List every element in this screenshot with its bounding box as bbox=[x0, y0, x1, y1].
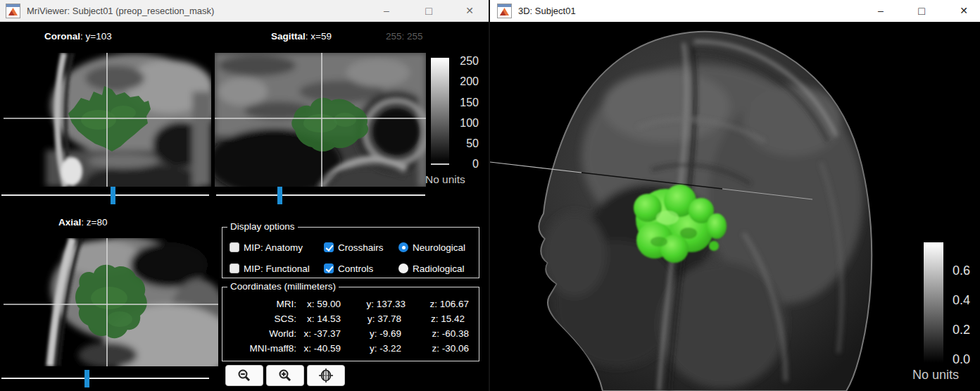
coronal-view-label: Coronal: y=103 bbox=[44, 31, 112, 42]
matlab-app-icon bbox=[497, 4, 512, 18]
axial-view-label: Axial: z=80 bbox=[58, 217, 107, 228]
sagittal-view-label: Sagittal: x=59 bbox=[271, 31, 332, 42]
threed-window-title: 3D: Subject01 bbox=[518, 6, 576, 16]
coronal-view-name: Coronal bbox=[44, 31, 80, 42]
mip-functional-label[interactable]: MIP: Functional bbox=[244, 263, 310, 274]
zoom-out-button[interactable] bbox=[225, 365, 263, 386]
threed-colorbar-ticks: 0.6 0.4 0.2 0.0 bbox=[941, 0, 970, 391]
coronal-slice-slider[interactable] bbox=[1, 194, 209, 196]
sagittal-view-name: Sagittal bbox=[271, 31, 306, 42]
zoom-out-icon bbox=[237, 368, 252, 383]
crosshairs-label[interactable]: Crosshairs bbox=[338, 242, 384, 253]
controls-label[interactable]: Controls bbox=[338, 263, 373, 274]
mip-functional-checkbox[interactable] bbox=[230, 263, 239, 273]
zoom-in-icon bbox=[277, 368, 293, 383]
coronal-slice-image[interactable] bbox=[4, 53, 211, 187]
coronal-slice-index: : y=103 bbox=[80, 31, 112, 42]
minimize-button[interactable]: – bbox=[375, 0, 398, 22]
mip-anatomy-checkbox[interactable] bbox=[230, 242, 239, 252]
threed-window: 3D: Subject01 – □ ✕ bbox=[489, 0, 980, 391]
mriviewer-titlebar[interactable]: MriViewer: Subject01 (preop_resection_ma… bbox=[0, 0, 489, 22]
anatomy-colorbar[interactable] bbox=[431, 58, 449, 165]
display-options-group: Display options MIP: Anatomy Crosshairs … bbox=[222, 227, 479, 278]
neurological-radio[interactable] bbox=[398, 242, 408, 252]
threed-scene[interactable] bbox=[490, 22, 980, 391]
coordinates-row-mri: MRI: x: 59.00 y: 137.33 z: 106.67 bbox=[222, 299, 480, 313]
neurological-label[interactable]: Neurological bbox=[413, 242, 465, 253]
desktop: MriViewer: Subject01 (preop_resection_ma… bbox=[0, 0, 980, 391]
radiological-radio[interactable] bbox=[398, 263, 408, 273]
anatomy-colorbar-ticks: 250 200 150 100 50 0 bbox=[451, 0, 479, 183]
maximize-button[interactable]: □ bbox=[910, 0, 934, 22]
coordinates-title: Coordinates (millimeters) bbox=[227, 281, 339, 292]
threed-colorbar-units: No units bbox=[912, 368, 959, 383]
axial-view-name: Axial bbox=[58, 217, 81, 228]
coordinates-row-world: World: x: -37.37 y: -9.69 z: -60.38 bbox=[222, 328, 480, 342]
set-crosshair-button[interactable] bbox=[307, 365, 345, 386]
coordinates-row-mni: MNI-maff8: x: -40.59 y: -3.22 z: -30.06 bbox=[222, 343, 480, 357]
controls-checkbox[interactable] bbox=[324, 263, 334, 273]
minimize-button[interactable]: – bbox=[869, 0, 893, 22]
sagittal-slice-image[interactable] bbox=[215, 53, 426, 187]
coronal-slider-thumb[interactable] bbox=[111, 187, 115, 204]
coordinates-group: Coordinates (millimeters) MRI: x: 59.00 … bbox=[222, 287, 479, 361]
display-options-title: Display options bbox=[227, 221, 298, 232]
mriviewer-window: MriViewer: Subject01 (preop_resection_ma… bbox=[0, 0, 489, 391]
sagittal-slider-thumb[interactable] bbox=[277, 187, 282, 204]
maximize-button[interactable]: □ bbox=[417, 0, 441, 22]
axial-slider-thumb[interactable] bbox=[84, 370, 89, 387]
axial-slice-slider[interactable] bbox=[1, 378, 209, 379]
matlab-app-icon bbox=[6, 4, 20, 18]
crosshair-target-icon bbox=[318, 368, 334, 383]
axial-slice-image[interactable] bbox=[4, 238, 218, 366]
sagittal-slice-index: : x=59 bbox=[306, 31, 332, 42]
mip-anatomy-label[interactable]: MIP: Anatomy bbox=[244, 242, 303, 253]
crosshairs-checkbox[interactable] bbox=[324, 242, 334, 252]
sagittal-slice-slider[interactable] bbox=[216, 194, 425, 196]
voxel-intensity-readout: 255: 255 bbox=[386, 31, 423, 42]
mriviewer-window-title: MriViewer: Subject01 (preop_resection_ma… bbox=[27, 6, 214, 16]
axial-slice-index: : z=80 bbox=[81, 217, 107, 228]
threed-titlebar[interactable]: 3D: Subject01 – □ ✕ bbox=[490, 0, 980, 22]
anatomy-colorbar-units: No units bbox=[425, 173, 465, 186]
zoom-in-button[interactable] bbox=[266, 365, 304, 386]
radiological-label[interactable]: Radiological bbox=[413, 263, 465, 274]
coordinates-row-scs: SCS: x: 14.53 y: 37.78 z: 15.42 bbox=[222, 314, 480, 328]
